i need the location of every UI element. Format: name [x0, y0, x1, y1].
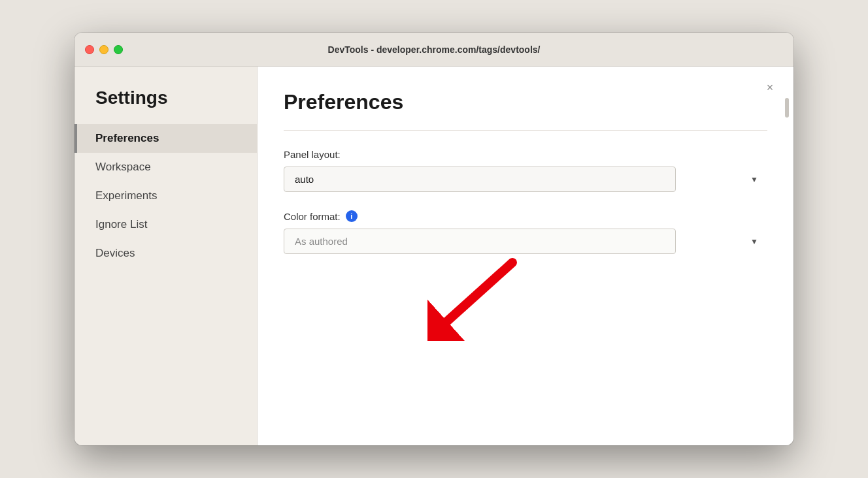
- sidebar-item-workspace[interactable]: Workspace: [75, 153, 257, 182]
- color-format-label: Color format:: [284, 211, 341, 222]
- panel-layout-label: Panel layout:: [284, 149, 767, 160]
- scrollbar-track[interactable]: [784, 93, 790, 445]
- maximize-button[interactable]: [114, 45, 123, 54]
- sidebar-item-experiments[interactable]: Experiments: [75, 182, 257, 210]
- color-format-select[interactable]: As authored HEX RGB HSL: [284, 229, 676, 254]
- sidebar-item-ignore-list[interactable]: Ignore List: [75, 210, 257, 239]
- sidebar-item-devices[interactable]: Devices: [75, 239, 257, 268]
- sidebar-item-preferences[interactable]: Preferences: [75, 124, 257, 153]
- scrollbar-thumb: [785, 98, 789, 118]
- panel-layout-wrapper: auto horizontal vertical ▼: [284, 167, 767, 192]
- divider: [284, 130, 767, 131]
- titlebar: DevTools - developer.chrome.com/tags/dev…: [75, 33, 793, 67]
- sidebar-nav: Preferences Workspace Experiments Ignore…: [75, 124, 257, 268]
- panel-layout-arrow-icon: ▼: [750, 175, 758, 184]
- close-button[interactable]: [85, 45, 94, 54]
- color-format-wrapper: As authored HEX RGB HSL ▼: [284, 229, 767, 254]
- window-content: Settings Preferences Workspace Experimen…: [75, 67, 793, 445]
- window-title: DevTools - developer.chrome.com/tags/dev…: [328, 44, 541, 55]
- main-panel: × Preferences Panel layout: auto horizon…: [258, 67, 793, 445]
- traffic-lights: [85, 45, 123, 54]
- color-format-arrow-icon: ▼: [750, 237, 758, 246]
- svg-line-1: [447, 263, 512, 321]
- red-arrow-annotation: [427, 256, 532, 341]
- color-format-info-icon[interactable]: i: [346, 210, 358, 222]
- panel-title: Preferences: [284, 90, 767, 114]
- color-format-label-row: Color format: i: [284, 210, 767, 222]
- devtools-window: DevTools - developer.chrome.com/tags/dev…: [75, 33, 793, 445]
- close-panel-button[interactable]: ×: [762, 80, 778, 95]
- panel-layout-select[interactable]: auto horizontal vertical: [284, 167, 676, 192]
- sidebar: Settings Preferences Workspace Experimen…: [75, 67, 258, 445]
- settings-title: Settings: [75, 88, 257, 124]
- minimize-button[interactable]: [99, 45, 108, 54]
